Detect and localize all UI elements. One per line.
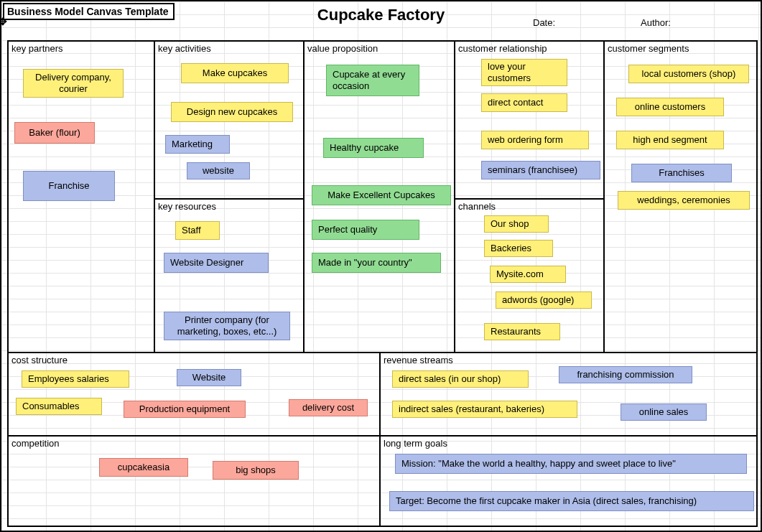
note-vp-quality[interactable]: Perfect quality <box>312 220 419 240</box>
note-vp-madein[interactable]: Made in "your country" <box>312 253 441 273</box>
note-ch-restaurants[interactable]: Restaurants <box>484 323 560 340</box>
date-label: Date: <box>533 17 555 28</box>
section-title: key resources <box>158 201 216 212</box>
note-cs-local[interactable]: local customers (shop) <box>628 65 749 83</box>
note-co-consumables[interactable]: Consumables <box>16 398 102 415</box>
note-co-delivery[interactable]: delivery cost <box>289 399 368 416</box>
note-co-production[interactable]: Production equipment <box>124 401 246 418</box>
section-title: customer relationship <box>458 43 547 54</box>
note-rs-direct[interactable]: direct sales (in our shop) <box>392 370 529 388</box>
section-title: value proposition <box>307 43 378 54</box>
note-ka-marketing[interactable]: Marketing <box>165 135 230 154</box>
note-lt-mission[interactable]: Mission: "Make the world a healthy, happ… <box>395 454 747 474</box>
note-vp-healthy[interactable]: Healthy cupcake <box>323 138 424 158</box>
section-title: cost structure <box>11 355 68 365</box>
section-cost-structure: cost structure <box>7 352 381 437</box>
note-cr-direct[interactable]: direct contact <box>481 93 567 112</box>
note-kr-webdesigner[interactable]: Website Designer <box>164 253 269 273</box>
note-ka-make[interactable]: Make cupcakes <box>181 63 289 83</box>
author-label: Author: <box>641 17 671 28</box>
section-title: revenue streams <box>384 355 453 365</box>
note-rs-franchising[interactable]: franchising commission <box>559 366 692 383</box>
note-cs-highend[interactable]: high end segment <box>616 131 724 149</box>
note-cs-weddings[interactable]: weddings, ceremonies <box>618 191 750 210</box>
note-vp-excellent[interactable]: Make Excellent Cupcakes <box>312 185 451 205</box>
note-kp-baker[interactable]: Baker (flour) <box>14 122 95 144</box>
section-title: key activities <box>158 43 211 54</box>
note-ka-design[interactable]: Design new cupcakes <box>171 102 293 122</box>
section-competition: competition <box>7 435 381 527</box>
note-rs-online[interactable]: online sales <box>621 403 707 421</box>
note-co-website[interactable]: Website <box>177 369 241 386</box>
note-co-employees[interactable]: Employees salaries <box>22 370 129 388</box>
note-lt-target[interactable]: Target: Become the first cupcake maker i… <box>389 491 754 511</box>
note-ch-adwords[interactable]: adwords (google) <box>496 291 592 309</box>
note-kp-franchise[interactable]: Franchise <box>23 171 115 201</box>
note-cm-cupcakeasia[interactable]: cupcakeasia <box>99 458 188 477</box>
note-ch-bakeries[interactable]: Backeries <box>484 240 553 257</box>
section-title: competition <box>11 438 59 449</box>
note-kr-printer[interactable]: Printer company (for marketing, boxes, e… <box>164 312 290 340</box>
section-title: long term goals <box>384 438 447 449</box>
section-title: customer segments <box>608 43 689 54</box>
note-cr-seminars[interactable]: seminars (franchisee) <box>481 161 600 179</box>
section-title: key partners <box>11 43 63 54</box>
section-revenue-streams: revenue streams <box>379 352 758 437</box>
note-cr-love[interactable]: love your customers <box>481 59 567 86</box>
section-title: channels <box>458 201 496 212</box>
note-kp-delivery[interactable]: Delivery company, courier <box>23 69 124 98</box>
note-kr-staff[interactable]: Staff <box>175 221 220 240</box>
note-cs-franchises[interactable]: Franchises <box>631 164 732 182</box>
section-long-term-goals: long term goals <box>379 435 758 527</box>
canvas: Business Model Canvas Template ✥ Cupcake… <box>0 0 762 532</box>
note-cs-online[interactable]: online customers <box>616 98 724 116</box>
note-vp-occasion[interactable]: Cupcake at every occasion <box>326 65 419 96</box>
note-ch-ourshop[interactable]: Our shop <box>484 215 549 233</box>
note-ch-mysite[interactable]: Mysite.com <box>490 266 566 283</box>
note-rs-indirect[interactable]: indirect sales (restaurant, bakeries) <box>392 401 577 418</box>
note-cr-webform[interactable]: web ordering form <box>481 131 589 149</box>
note-ka-website[interactable]: website <box>187 162 250 179</box>
note-cm-bigshops[interactable]: big shops <box>213 461 299 480</box>
